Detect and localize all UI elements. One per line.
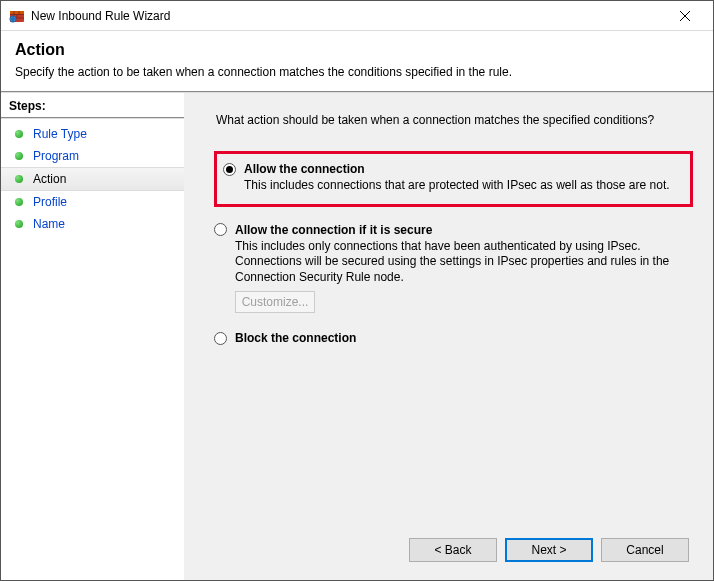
- radio-block-row[interactable]: Block the connection: [214, 331, 693, 345]
- option-label: Block the connection: [235, 331, 356, 345]
- radio-allow-row[interactable]: Allow the connection: [223, 162, 680, 176]
- step-label: Action: [33, 172, 66, 186]
- step-action[interactable]: Action: [1, 167, 184, 191]
- prompt-text: What action should be taken when a conne…: [216, 113, 693, 127]
- customize-button: Customize...: [235, 291, 315, 313]
- sidebar: Steps: Rule Type Program Action Profile …: [1, 93, 184, 580]
- radio-allow-secure[interactable]: [214, 223, 227, 236]
- steps-heading: Steps:: [1, 99, 184, 119]
- step-label: Name: [33, 217, 65, 231]
- cancel-button[interactable]: Cancel: [601, 538, 689, 562]
- body: Steps: Rule Type Program Action Profile …: [1, 93, 713, 580]
- step-profile[interactable]: Profile: [1, 191, 184, 213]
- step-label: Program: [33, 149, 79, 163]
- step-name[interactable]: Name: [1, 213, 184, 235]
- header: Action Specify the action to be taken wh…: [1, 31, 713, 91]
- window-title: New Inbound Rule Wizard: [31, 9, 665, 23]
- option-desc: This includes connections that are prote…: [244, 178, 680, 194]
- bullet-icon: [15, 198, 23, 206]
- bullet-icon: [15, 220, 23, 228]
- radio-allow-secure-row[interactable]: Allow the connection if it is secure: [214, 223, 693, 237]
- step-label: Profile: [33, 195, 67, 209]
- content-pane: What action should be taken when a conne…: [184, 93, 713, 580]
- radio-allow[interactable]: [223, 163, 236, 176]
- page-subtitle: Specify the action to be taken when a co…: [15, 65, 699, 79]
- wizard-window: New Inbound Rule Wizard Action Specify t…: [0, 0, 714, 581]
- firewall-icon: [9, 8, 25, 24]
- step-label: Rule Type: [33, 127, 87, 141]
- step-program[interactable]: Program: [1, 145, 184, 167]
- page-title: Action: [15, 41, 699, 59]
- option-label: Allow the connection if it is secure: [235, 223, 432, 237]
- close-button[interactable]: [665, 2, 705, 30]
- bullet-icon: [15, 130, 23, 138]
- highlight-annotation: Allow the connection This includes conne…: [214, 151, 693, 207]
- step-rule-type[interactable]: Rule Type: [1, 123, 184, 145]
- back-button[interactable]: < Back: [409, 538, 497, 562]
- option-block: Block the connection: [214, 331, 693, 345]
- footer: < Back Next > Cancel: [204, 528, 693, 570]
- bullet-icon: [15, 175, 23, 183]
- bullet-icon: [15, 152, 23, 160]
- option-desc: This includes only connections that have…: [235, 239, 675, 286]
- option-label: Allow the connection: [244, 162, 365, 176]
- titlebar: New Inbound Rule Wizard: [1, 1, 713, 31]
- svg-rect-1: [10, 11, 24, 14]
- option-allow: Allow the connection This includes conne…: [223, 162, 680, 194]
- option-group: Allow the connection This includes conne…: [214, 151, 693, 363]
- next-button[interactable]: Next >: [505, 538, 593, 562]
- radio-block[interactable]: [214, 332, 227, 345]
- option-allow-secure: Allow the connection if it is secure Thi…: [214, 223, 693, 314]
